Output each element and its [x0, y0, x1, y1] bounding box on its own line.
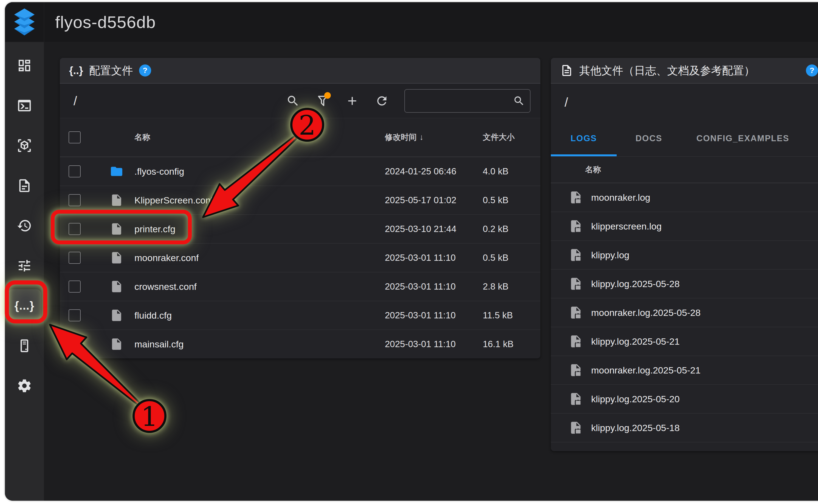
file-modified: 2025-05-17 01:02 — [385, 195, 457, 205]
refresh-icon — [375, 94, 389, 108]
config-table-body: .flyos-config2024-01-25 06:464.0 kBKlipp… — [60, 157, 541, 358]
sidebar-item-preview[interactable] — [8, 129, 41, 162]
file-size: 0.5 kB — [483, 253, 509, 263]
app-window: flyos-d556db {...} {..} 配置文件 ? / 名称 — [5, 2, 818, 501]
file-modified: 2024-01-25 06:46 — [385, 166, 457, 176]
list-item[interactable]: klippy.log.2025-05-21 — [551, 327, 818, 356]
sidebar-item-settings[interactable] — [8, 369, 41, 402]
refresh-button[interactable] — [372, 91, 392, 111]
tab-logs[interactable]: LOGS — [551, 121, 617, 156]
file-name: moonraker.log — [591, 192, 650, 203]
file-name: klippy.log.2025-05-21 — [591, 336, 680, 347]
file-lock-icon — [569, 248, 583, 262]
folder-icon — [110, 165, 123, 178]
config-panel-title: 配置文件 — [89, 63, 133, 78]
sidebar: {...} — [5, 42, 44, 501]
file-name: mainsail.cfg — [134, 339, 184, 350]
list-item[interactable]: moonraker.log.2025-05-28 — [551, 298, 818, 327]
file-lock-icon — [569, 277, 583, 291]
column-name[interactable]: 名称 — [585, 164, 601, 175]
sidebar-item-dashboard[interactable] — [8, 49, 41, 82]
row-checkbox[interactable] — [69, 252, 81, 264]
document-icon — [560, 64, 573, 77]
page: flyos-d556db {...} {..} 配置文件 ? / 名称 — [0, 0, 818, 504]
sidebar-item-configure[interactable]: {...} — [8, 289, 41, 322]
search-input[interactable] — [410, 95, 510, 106]
row-checkbox[interactable] — [69, 338, 81, 350]
sort-desc-icon: ↓ — [420, 132, 424, 141]
file-name: crowsnest.conf — [134, 281, 197, 292]
table-row[interactable]: KlipperScreen.conf2025-05-17 01:020.5 kB — [60, 186, 541, 215]
other-panel-header: 其他文件（日志、文档及参考配置） ? — [551, 58, 818, 84]
row-checkbox[interactable] — [69, 194, 81, 206]
sidebar-item-jobs[interactable] — [8, 169, 41, 202]
file-name: klippy.log — [591, 250, 629, 261]
table-row[interactable]: printer.cfg2025-03-10 21:440.2 kB — [60, 215, 541, 243]
help-icon[interactable]: ? — [139, 64, 151, 77]
other-table-body: moonraker.log klipperscreen.log klippy.l… — [551, 183, 818, 451]
select-all-checkbox[interactable] — [69, 131, 81, 143]
file-modified: 2025-03-10 21:44 — [385, 224, 457, 234]
list-item[interactable]: klippy.log.2025-05-18 — [551, 414, 818, 442]
file-name: moonraker.log.2025-05-21 — [591, 365, 701, 376]
layers-logo-icon — [12, 9, 37, 36]
code-braces-icon: {..} — [69, 65, 83, 77]
file-size: 4.0 kB — [483, 166, 509, 176]
row-checkbox[interactable] — [69, 309, 81, 321]
search-box[interactable] — [404, 89, 531, 113]
table-row[interactable]: mainsail.cfg2025-03-01 11:1016.1 kB — [60, 330, 541, 358]
file-name: klippy.log.2025-05-20 — [591, 394, 680, 404]
other-tabs: LOGSDOCSCONFIG_EXAMPLES — [551, 121, 818, 157]
gear-icon — [17, 378, 32, 393]
file-name: klipperscreen.log — [591, 221, 662, 232]
list-item[interactable]: moonraker.log.2025-05-21 — [551, 356, 818, 385]
sidebar-item-tune[interactable] — [8, 249, 41, 282]
file-lock-icon — [569, 421, 583, 435]
file-lock-icon — [569, 392, 583, 406]
sidebar-item-console[interactable] — [8, 89, 41, 122]
list-item[interactable]: klippy.log.2025-05-20 — [551, 385, 818, 414]
filter-active-badge — [324, 92, 331, 99]
tab-docs[interactable]: DOCS — [617, 121, 681, 156]
help-icon[interactable]: ? — [806, 64, 818, 77]
file-name: moonraker.conf — [134, 253, 199, 263]
app-logo[interactable] — [5, 2, 44, 42]
list-item[interactable]: klippy.log — [551, 241, 818, 270]
filter-button[interactable] — [313, 91, 332, 111]
other-table-header: 名称 — [551, 157, 818, 183]
code-braces-icon: {...} — [15, 299, 35, 312]
file-icon — [110, 193, 123, 207]
row-checkbox[interactable] — [69, 281, 81, 293]
row-checkbox[interactable] — [69, 165, 81, 177]
table-row[interactable]: moonraker.conf2025-03-01 11:100.5 kB — [60, 243, 541, 272]
column-size[interactable]: 文件大小 — [483, 133, 515, 141]
table-row[interactable]: crowsnest.conf2025-03-01 11:102.8 kB — [60, 272, 541, 301]
file-icon — [110, 280, 123, 293]
file-name: .flyos-config — [134, 166, 184, 177]
tune-icon — [17, 258, 32, 273]
file-icon — [110, 251, 123, 265]
table-row[interactable]: .flyos-config2024-01-25 06:464.0 kB — [60, 157, 541, 186]
file-name: klippy.log.2025-05-18 — [591, 423, 680, 433]
list-item[interactable]: klippy.log.2025-05-28 — [551, 270, 818, 298]
current-path: / — [73, 94, 77, 108]
file-lock-icon — [569, 363, 583, 377]
table-row[interactable]: fluidd.cfg2025-03-01 11:1011.5 kB — [60, 301, 541, 330]
tab-config_examples[interactable]: CONFIG_EXAMPLES — [681, 121, 805, 156]
search-button[interactable] — [283, 91, 303, 111]
row-checkbox[interactable] — [69, 223, 81, 235]
add-button[interactable] — [342, 91, 362, 111]
history-icon — [17, 218, 32, 233]
sidebar-item-system[interactable] — [8, 329, 41, 362]
file-modified: 2025-03-01 11:10 — [385, 310, 456, 320]
toolbar-buttons — [283, 89, 531, 113]
file-lock-icon — [569, 190, 583, 205]
dashboard-icon — [17, 58, 32, 73]
list-item[interactable]: moonraker.log — [551, 183, 818, 212]
column-name[interactable]: 名称 — [134, 132, 150, 143]
list-item[interactable]: klipperscreen.log — [551, 212, 818, 241]
file-size: 0.2 kB — [483, 224, 509, 234]
column-modified[interactable]: 修改时间 — [385, 133, 417, 141]
file-icon — [110, 222, 123, 236]
sidebar-item-history[interactable] — [8, 209, 41, 242]
